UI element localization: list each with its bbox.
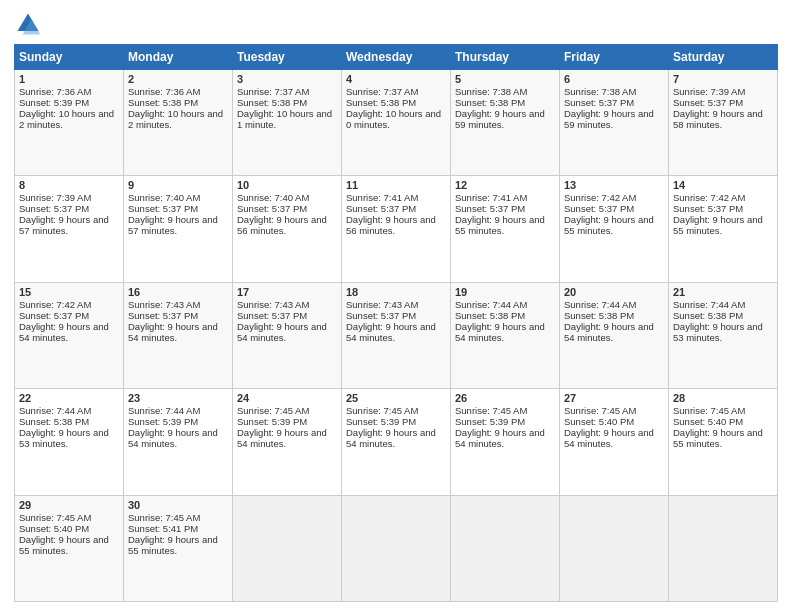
calendar-cell-w3-d5: 19Sunrise: 7:44 AMSunset: 5:38 PMDayligh…	[451, 282, 560, 388]
calendar-cell-w5-d5	[451, 495, 560, 601]
sunrise-text: Sunrise: 7:43 AM	[346, 299, 418, 310]
calendar-cell-w4-d1: 22Sunrise: 7:44 AMSunset: 5:38 PMDayligh…	[15, 389, 124, 495]
daylight-text: Daylight: 9 hours and 54 minutes.	[237, 427, 327, 449]
day-number: 20	[564, 286, 664, 298]
day-number: 29	[19, 499, 119, 511]
day-number: 28	[673, 392, 773, 404]
calendar-cell-w4-d2: 23Sunrise: 7:44 AMSunset: 5:39 PMDayligh…	[124, 389, 233, 495]
calendar-cell-w3-d1: 15Sunrise: 7:42 AMSunset: 5:37 PMDayligh…	[15, 282, 124, 388]
sunset-text: Sunset: 5:37 PM	[455, 203, 525, 214]
weekday-header-tuesday: Tuesday	[233, 45, 342, 70]
day-number: 5	[455, 73, 555, 85]
header	[14, 10, 778, 38]
calendar-cell-w3-d7: 21Sunrise: 7:44 AMSunset: 5:38 PMDayligh…	[669, 282, 778, 388]
week-row-2: 8Sunrise: 7:39 AMSunset: 5:37 PMDaylight…	[15, 176, 778, 282]
sunrise-text: Sunrise: 7:37 AM	[237, 86, 309, 97]
sunrise-text: Sunrise: 7:45 AM	[237, 405, 309, 416]
calendar-cell-w1-d7: 7Sunrise: 7:39 AMSunset: 5:37 PMDaylight…	[669, 70, 778, 176]
sunrise-text: Sunrise: 7:44 AM	[564, 299, 636, 310]
calendar-cell-w5-d7	[669, 495, 778, 601]
daylight-text: Daylight: 9 hours and 53 minutes.	[673, 321, 763, 343]
weekday-header-saturday: Saturday	[669, 45, 778, 70]
calendar-cell-w5-d3	[233, 495, 342, 601]
sunset-text: Sunset: 5:39 PM	[455, 416, 525, 427]
sunset-text: Sunset: 5:38 PM	[128, 97, 198, 108]
day-number: 19	[455, 286, 555, 298]
daylight-text: Daylight: 9 hours and 55 minutes.	[128, 534, 218, 556]
weekday-header-friday: Friday	[560, 45, 669, 70]
daylight-text: Daylight: 9 hours and 54 minutes.	[128, 427, 218, 449]
logo	[14, 10, 46, 38]
calendar-cell-w2-d3: 10Sunrise: 7:40 AMSunset: 5:37 PMDayligh…	[233, 176, 342, 282]
weekday-header-wednesday: Wednesday	[342, 45, 451, 70]
sunset-text: Sunset: 5:40 PM	[564, 416, 634, 427]
sunrise-text: Sunrise: 7:41 AM	[346, 192, 418, 203]
sunrise-text: Sunrise: 7:43 AM	[237, 299, 309, 310]
daylight-text: Daylight: 9 hours and 59 minutes.	[455, 108, 545, 130]
calendar-cell-w3-d2: 16Sunrise: 7:43 AMSunset: 5:37 PMDayligh…	[124, 282, 233, 388]
daylight-text: Daylight: 9 hours and 55 minutes.	[673, 214, 763, 236]
sunset-text: Sunset: 5:39 PM	[237, 416, 307, 427]
daylight-text: Daylight: 9 hours and 56 minutes.	[346, 214, 436, 236]
daylight-text: Daylight: 9 hours and 55 minutes.	[564, 214, 654, 236]
sunrise-text: Sunrise: 7:39 AM	[19, 192, 91, 203]
sunset-text: Sunset: 5:37 PM	[128, 310, 198, 321]
sunset-text: Sunset: 5:39 PM	[346, 416, 416, 427]
daylight-text: Daylight: 9 hours and 54 minutes.	[346, 321, 436, 343]
daylight-text: Daylight: 9 hours and 59 minutes.	[564, 108, 654, 130]
sunrise-text: Sunrise: 7:40 AM	[128, 192, 200, 203]
calendar-cell-w4-d5: 26Sunrise: 7:45 AMSunset: 5:39 PMDayligh…	[451, 389, 560, 495]
day-number: 2	[128, 73, 228, 85]
week-row-3: 15Sunrise: 7:42 AMSunset: 5:37 PMDayligh…	[15, 282, 778, 388]
day-number: 17	[237, 286, 337, 298]
calendar-cell-w2-d2: 9Sunrise: 7:40 AMSunset: 5:37 PMDaylight…	[124, 176, 233, 282]
sunrise-text: Sunrise: 7:37 AM	[346, 86, 418, 97]
daylight-text: Daylight: 10 hours and 2 minutes.	[19, 108, 114, 130]
page: SundayMondayTuesdayWednesdayThursdayFrid…	[0, 0, 792, 612]
day-number: 13	[564, 179, 664, 191]
weekday-header-monday: Monday	[124, 45, 233, 70]
day-number: 15	[19, 286, 119, 298]
calendar-cell-w4-d3: 24Sunrise: 7:45 AMSunset: 5:39 PMDayligh…	[233, 389, 342, 495]
sunset-text: Sunset: 5:37 PM	[237, 310, 307, 321]
sunrise-text: Sunrise: 7:42 AM	[673, 192, 745, 203]
sunset-text: Sunset: 5:38 PM	[673, 310, 743, 321]
day-number: 12	[455, 179, 555, 191]
day-number: 21	[673, 286, 773, 298]
sunrise-text: Sunrise: 7:45 AM	[455, 405, 527, 416]
sunrise-text: Sunrise: 7:45 AM	[19, 512, 91, 523]
sunset-text: Sunset: 5:39 PM	[19, 97, 89, 108]
day-number: 4	[346, 73, 446, 85]
sunset-text: Sunset: 5:37 PM	[564, 203, 634, 214]
calendar-cell-w1-d1: 1Sunrise: 7:36 AMSunset: 5:39 PMDaylight…	[15, 70, 124, 176]
sunrise-text: Sunrise: 7:40 AM	[237, 192, 309, 203]
day-number: 27	[564, 392, 664, 404]
sunrise-text: Sunrise: 7:36 AM	[19, 86, 91, 97]
sunset-text: Sunset: 5:37 PM	[346, 310, 416, 321]
sunset-text: Sunset: 5:37 PM	[564, 97, 634, 108]
sunset-text: Sunset: 5:37 PM	[128, 203, 198, 214]
sunset-text: Sunset: 5:38 PM	[455, 310, 525, 321]
day-number: 23	[128, 392, 228, 404]
logo-icon	[14, 10, 42, 38]
calendar-cell-w5-d1: 29Sunrise: 7:45 AMSunset: 5:40 PMDayligh…	[15, 495, 124, 601]
daylight-text: Daylight: 9 hours and 55 minutes.	[673, 427, 763, 449]
sunrise-text: Sunrise: 7:45 AM	[128, 512, 200, 523]
calendar-cell-w1-d4: 4Sunrise: 7:37 AMSunset: 5:38 PMDaylight…	[342, 70, 451, 176]
sunrise-text: Sunrise: 7:44 AM	[455, 299, 527, 310]
sunset-text: Sunset: 5:37 PM	[237, 203, 307, 214]
week-row-1: 1Sunrise: 7:36 AMSunset: 5:39 PMDaylight…	[15, 70, 778, 176]
day-number: 3	[237, 73, 337, 85]
sunset-text: Sunset: 5:38 PM	[455, 97, 525, 108]
weekday-header-row: SundayMondayTuesdayWednesdayThursdayFrid…	[15, 45, 778, 70]
daylight-text: Daylight: 9 hours and 54 minutes.	[19, 321, 109, 343]
calendar-cell-w2-d6: 13Sunrise: 7:42 AMSunset: 5:37 PMDayligh…	[560, 176, 669, 282]
week-row-4: 22Sunrise: 7:44 AMSunset: 5:38 PMDayligh…	[15, 389, 778, 495]
day-number: 8	[19, 179, 119, 191]
day-number: 11	[346, 179, 446, 191]
day-number: 30	[128, 499, 228, 511]
sunrise-text: Sunrise: 7:41 AM	[455, 192, 527, 203]
sunrise-text: Sunrise: 7:38 AM	[564, 86, 636, 97]
day-number: 9	[128, 179, 228, 191]
calendar-cell-w2-d5: 12Sunrise: 7:41 AMSunset: 5:37 PMDayligh…	[451, 176, 560, 282]
